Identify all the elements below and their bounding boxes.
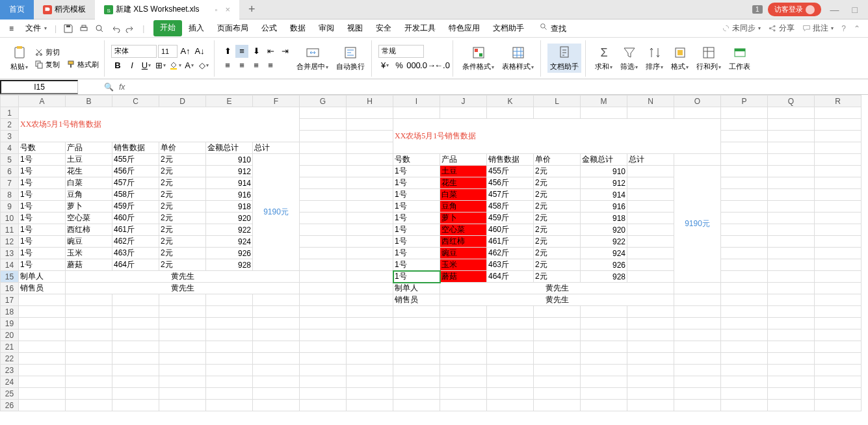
col-header-G[interactable]: G	[300, 96, 347, 107]
cell-M20[interactable]	[581, 329, 627, 341]
cell-D23[interactable]	[159, 365, 206, 376]
cell-N1[interactable]	[627, 107, 674, 119]
col-header-E[interactable]: E	[206, 96, 253, 107]
cell-K26[interactable]	[487, 400, 534, 411]
cell-F18[interactable]	[253, 306, 300, 318]
menu-tab-10[interactable]: 文档助手	[486, 20, 531, 36]
row-header-23[interactable]: 23	[1, 365, 19, 376]
cell-L21[interactable]	[534, 341, 581, 353]
cell-G14[interactable]	[300, 259, 347, 271]
cell-B22[interactable]	[66, 353, 112, 365]
cell-G10[interactable]	[300, 212, 347, 224]
cell-H17[interactable]	[347, 294, 393, 306]
cell-B19[interactable]	[66, 318, 112, 329]
cell-Q26[interactable]	[768, 400, 815, 411]
cell-Q5[interactable]	[768, 154, 815, 166]
cell-K18[interactable]	[487, 306, 534, 318]
cell-Q17[interactable]	[768, 294, 815, 306]
col-header-F[interactable]: F	[253, 96, 300, 107]
cell-J14[interactable]: 玉米	[440, 259, 487, 271]
clear-format-button[interactable]: ◇▾	[197, 59, 210, 72]
cell-B12[interactable]: 豌豆	[66, 236, 112, 248]
cell-R20[interactable]	[815, 329, 861, 341]
cell-N20[interactable]	[627, 329, 674, 341]
cell-D4[interactable]: 单价	[159, 142, 206, 154]
col-header-Q[interactable]: Q	[768, 96, 815, 107]
row-header-5[interactable]: 5	[1, 154, 19, 166]
row-header-1[interactable]: 1	[1, 107, 19, 119]
col-header-L[interactable]: L	[534, 96, 581, 107]
border-button[interactable]: ⊞▾	[154, 59, 167, 72]
cell-B8[interactable]: 豆角	[66, 189, 112, 201]
cell-H21[interactable]	[347, 341, 393, 353]
paste-button[interactable]: 粘贴▾	[8, 44, 31, 73]
font-family-select[interactable]	[111, 45, 157, 58]
cell-H23[interactable]	[347, 365, 393, 376]
bold-button[interactable]: B	[111, 59, 124, 72]
cell-O18[interactable]	[674, 306, 721, 318]
cell-H18[interactable]	[347, 306, 393, 318]
menu-tab-6[interactable]: 视图	[341, 20, 369, 36]
cell-L23[interactable]	[534, 365, 581, 376]
cell-Q1[interactable]	[768, 107, 815, 119]
cell-I6[interactable]: 1号	[393, 166, 440, 177]
cell-I18[interactable]	[393, 306, 440, 318]
cell-M10[interactable]: 918	[581, 212, 627, 224]
cell-D22[interactable]	[159, 353, 206, 365]
cell-D12[interactable]: 2元	[159, 236, 206, 248]
col-header-H[interactable]: H	[347, 96, 393, 107]
cell-Q25[interactable]	[768, 388, 815, 400]
decrease-font-icon[interactable]: A↓	[193, 45, 206, 58]
cell-R1[interactable]	[815, 107, 861, 119]
row-header-17[interactable]: 17	[1, 294, 19, 306]
cell-N14[interactable]	[627, 259, 674, 271]
cell-A8[interactable]: 1号	[19, 189, 66, 201]
cell-Q20[interactable]	[768, 329, 815, 341]
cell-G8[interactable]	[300, 189, 347, 201]
cond-format-button[interactable]: 条件格式▾	[460, 44, 497, 73]
cell-K8[interactable]: 457斤	[487, 189, 534, 201]
cell-G4[interactable]	[300, 142, 347, 154]
cell-C19[interactable]	[112, 318, 159, 329]
cell-N24[interactable]	[627, 376, 674, 388]
filter-button[interactable]: 筛选▾	[618, 44, 640, 73]
cell-P11[interactable]	[721, 224, 768, 236]
cell-J17[interactable]: 黄先生	[440, 294, 674, 306]
cell-I11[interactable]: 1号	[393, 224, 440, 236]
cell-P21[interactable]	[721, 341, 768, 353]
cell-I23[interactable]	[393, 365, 440, 376]
cell-C7[interactable]: 457斤	[112, 177, 159, 189]
cell-I25[interactable]	[393, 388, 440, 400]
cell-A19[interactable]	[19, 318, 66, 329]
tab-close-icon[interactable]: ×	[225, 5, 230, 14]
cell-F4[interactable]: 总计	[253, 142, 300, 154]
cell-L10[interactable]: 2元	[534, 212, 581, 224]
cell-F26[interactable]	[253, 400, 300, 411]
cell-L7[interactable]: 2元	[534, 177, 581, 189]
cell-C24[interactable]	[112, 376, 159, 388]
cell-J12[interactable]: 西红柿	[440, 236, 487, 248]
cell-Q13[interactable]	[768, 248, 815, 259]
cell-R9[interactable]	[815, 201, 861, 212]
cell-O16[interactable]	[674, 283, 721, 294]
cell-J1[interactable]	[440, 107, 487, 119]
cell-I20[interactable]	[393, 329, 440, 341]
cell-B7[interactable]: 白菜	[66, 177, 112, 189]
row-header-16[interactable]: 16	[1, 283, 19, 294]
cell-D25[interactable]	[159, 388, 206, 400]
cell-E25[interactable]	[206, 388, 253, 400]
sum-button[interactable]: Σ求和▾	[592, 44, 615, 73]
cell-K23[interactable]	[487, 365, 534, 376]
align-bottom-icon[interactable]: ⬇	[250, 45, 263, 58]
help-icon[interactable]: ?	[841, 24, 846, 33]
row-header-10[interactable]: 10	[1, 212, 19, 224]
cell-J11[interactable]: 空心菜	[440, 224, 487, 236]
cell-H10[interactable]	[347, 212, 393, 224]
cell-Q11[interactable]	[768, 224, 815, 236]
cell-N26[interactable]	[627, 400, 674, 411]
row-header-8[interactable]: 8	[1, 189, 19, 201]
col-header-P[interactable]: P	[721, 96, 768, 107]
cell-E22[interactable]	[206, 353, 253, 365]
cell-Q4[interactable]	[768, 142, 815, 154]
cell-L12[interactable]: 2元	[534, 236, 581, 248]
